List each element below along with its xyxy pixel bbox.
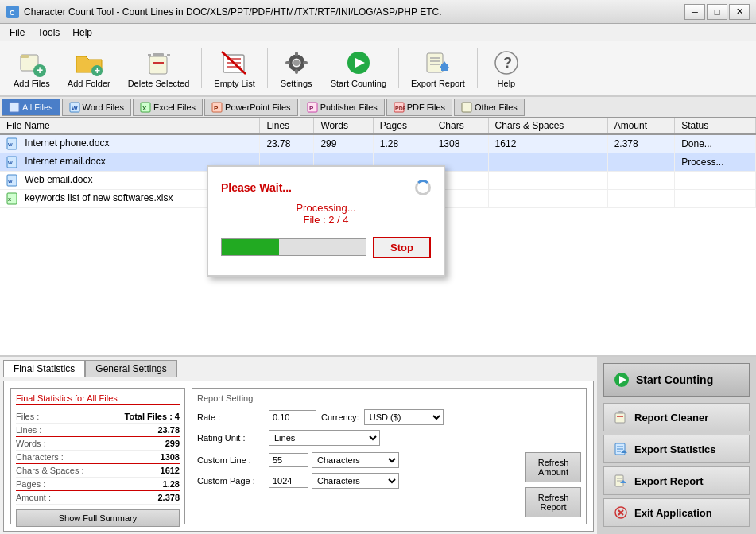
svg-text:X: X	[142, 105, 147, 112]
toolbar-separator-4	[477, 48, 478, 88]
empty-list-label: Empty List	[214, 79, 254, 88]
table-row[interactable]: W Internet phone.docx 23.78 299 1.28 130…	[0, 134, 756, 153]
export-report-right-icon	[614, 474, 628, 488]
svg-text:X: X	[8, 197, 11, 202]
exit-application-button[interactable]: Exit Application	[603, 498, 750, 527]
close-button[interactable]: ✕	[729, 4, 750, 20]
col-pages: Pages	[373, 118, 432, 134]
export-statistics-button[interactable]: Export Statistics	[603, 435, 750, 463]
svg-point-17	[293, 60, 300, 66]
processing-title: Please Wait...	[221, 180, 431, 195]
file-tabs: All Files W Word Files X Excel Files P P…	[0, 97, 756, 118]
tab-general-settings[interactable]: General Settings	[85, 360, 176, 377]
stat-lines: Lines : 23.78	[16, 424, 180, 437]
col-lines: Lines	[260, 118, 314, 134]
lines-cell: 23.78	[260, 134, 314, 153]
processing-dialog: Please Wait... Processing... File : 2 / …	[207, 165, 445, 277]
add-files-label: Add Files	[14, 79, 50, 88]
maximize-button[interactable]: □	[707, 4, 727, 20]
tab-powerpoint-files[interactable]: P PowerPoint Files	[204, 99, 298, 116]
tab-publisher-files[interactable]: P Publisher Files	[300, 99, 385, 116]
status-cell: Done...	[675, 134, 756, 153]
add-folder-icon: +	[75, 48, 103, 77]
settings-button[interactable]: Settings	[273, 44, 320, 92]
chars-spaces-cell: 1612	[488, 134, 607, 153]
amount-cell: 2.378	[607, 134, 674, 153]
export-report-button[interactable]: Export Report	[404, 44, 472, 92]
col-words: Words	[314, 118, 373, 134]
menu-bar: File Tools Help	[0, 24, 756, 41]
window-controls: ─ □ ✕	[684, 4, 750, 20]
col-chars: Chars	[432, 118, 488, 134]
menu-file[interactable]: File	[3, 25, 31, 40]
export-report-right-button[interactable]: Export Report	[603, 466, 750, 495]
exit-application-icon	[614, 505, 628, 520]
tab-word-files[interactable]: W Word Files	[62, 99, 131, 116]
svg-text:+: +	[94, 64, 100, 76]
custom-page-row: Custom Page : Characters Words	[197, 473, 519, 489]
words-cell: 299	[314, 134, 373, 153]
add-folder-button[interactable]: + Add Folder	[60, 44, 118, 92]
svg-rect-18	[295, 52, 298, 56]
help-button[interactable]: ? Help	[483, 44, 530, 92]
add-files-button[interactable]: + Add Files	[6, 44, 57, 92]
svg-text:W: W	[72, 105, 78, 112]
svg-rect-53	[615, 413, 625, 423]
add-files-icon: +	[17, 48, 46, 77]
report-cleaner-button[interactable]: Report Cleaner	[603, 403, 750, 431]
status-cell	[675, 172, 756, 190]
settings-icon	[282, 48, 311, 77]
refresh-report-button[interactable]: RefreshReport	[525, 487, 581, 517]
status-cell: Process...	[675, 153, 756, 172]
stat-words: Words : 299	[16, 437, 180, 451]
progress-bar-fill	[222, 239, 279, 255]
svg-text:W: W	[8, 161, 13, 165]
help-icon: ?	[492, 48, 521, 77]
custom-line-unit-select[interactable]: Characters Words	[312, 452, 399, 468]
window-title: Character Count Tool - Count Lines in DO…	[24, 6, 684, 17]
svg-rect-10	[153, 53, 164, 56]
custom-line-row: Custom Line : Characters Words	[197, 452, 519, 468]
tab-all-files[interactable]: All Files	[2, 99, 60, 116]
rate-input[interactable]	[269, 410, 316, 424]
start-counting-button[interactable]: Start Counting	[324, 44, 394, 92]
show-full-summary-button[interactable]: Show Full Summary	[16, 509, 180, 527]
refresh-amount-button[interactable]: RefreshAmount	[525, 452, 581, 482]
title-bar: C Character Count Tool - Count Lines in …	[0, 0, 756, 24]
tab-pdf-files[interactable]: PDF PDF Files	[386, 99, 452, 116]
amount-cell	[607, 190, 674, 208]
chars-spaces-cell	[488, 153, 607, 172]
minimize-button[interactable]: ─	[684, 4, 705, 20]
app-icon: C	[6, 6, 19, 18]
custom-page-unit-select[interactable]: Characters Words	[312, 473, 399, 489]
file-list-area: File Name Lines Words Pages Chars Chars …	[0, 118, 756, 357]
svg-rect-20	[285, 61, 290, 64]
svg-rect-31	[10, 103, 19, 112]
stop-button[interactable]: Stop	[373, 237, 431, 258]
export-report-icon	[424, 48, 452, 77]
delete-selected-button[interactable]: Delete Selected	[121, 44, 197, 92]
processing-text: Processing... File : 2 / 4	[221, 202, 431, 226]
start-counting-right-button[interactable]: Start Counting	[603, 363, 750, 397]
amount-cell	[607, 153, 674, 172]
report-settings-box: Report Setting Rate : Currency: USD ($) …	[192, 388, 587, 524]
svg-rect-8	[149, 56, 167, 74]
stat-amount: Amount : 2.378	[16, 491, 180, 505]
toolbar-separator-1	[201, 48, 202, 88]
tab-final-statistics[interactable]: Final Statistics	[3, 360, 85, 377]
chars-cell: 1308	[432, 134, 488, 153]
menu-tools[interactable]: Tools	[31, 25, 66, 40]
svg-text:W: W	[8, 142, 13, 147]
custom-line-input[interactable]	[269, 453, 308, 467]
empty-list-button[interactable]: Empty List	[207, 44, 262, 92]
menu-help[interactable]: Help	[66, 25, 99, 40]
currency-select[interactable]: USD ($) EUR (€) GBP (£)	[364, 409, 444, 425]
toolbar-separator-3	[398, 48, 399, 88]
col-filename: File Name	[0, 118, 260, 134]
tab-excel-files[interactable]: X Excel Files	[133, 99, 203, 116]
chars-spaces-cell	[488, 190, 607, 208]
custom-page-input[interactable]	[269, 474, 308, 488]
tab-other-files[interactable]: Other Files	[454, 99, 525, 116]
stats-section: Final Statistics for All Files Files : T…	[3, 381, 594, 532]
rating-unit-select[interactable]: Lines Words Characters Pages	[269, 430, 380, 446]
